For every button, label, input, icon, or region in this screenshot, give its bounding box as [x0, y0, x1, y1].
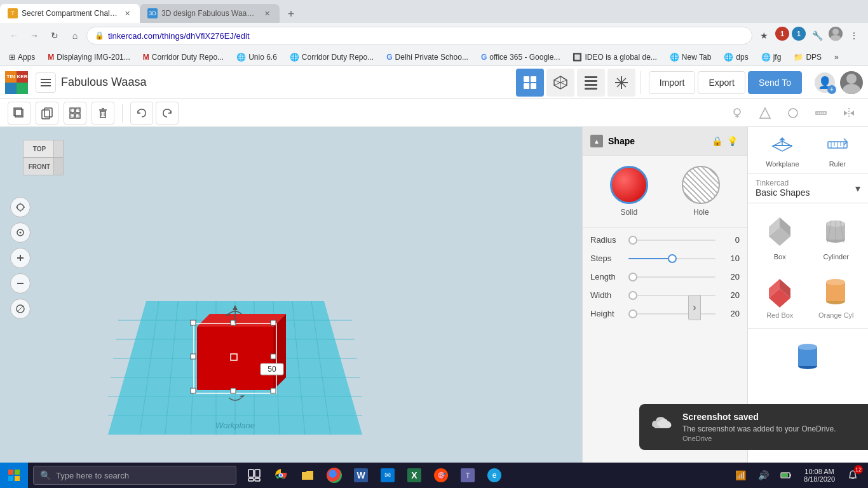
steps-slider[interactable]	[628, 258, 715, 259]
taskbar-teams[interactable]: T	[455, 463, 480, 488]
taskbar-app-8[interactable]: 🎯	[428, 463, 454, 488]
shape-item-box[interactable]: Box	[753, 208, 807, 264]
ruler-icon[interactable]	[810, 102, 832, 125]
taskbar-word[interactable]: W	[348, 463, 374, 488]
taskbar-chrome[interactable]	[268, 463, 294, 488]
user-avatar[interactable]	[829, 27, 843, 41]
timeline-view-button[interactable]	[607, 69, 635, 97]
shape-tool-icon[interactable]	[754, 102, 776, 125]
taskbar-notifications[interactable]: 12	[843, 465, 863, 485]
redo-button[interactable]	[156, 102, 179, 125]
home-button[interactable]: ⌂	[66, 27, 84, 44]
bookmark-dps-folder[interactable]: 📁 DPS	[790, 51, 825, 63]
tinkercad-logo[interactable]: TIN KER	[5, 71, 28, 94]
bookmark-gmail-2[interactable]: M Corridor Duty Repo...	[139, 51, 227, 63]
steps-thumb[interactable]	[668, 254, 677, 263]
taskbar-volume-icon[interactable]: 🔊	[753, 465, 773, 485]
taskbar-mail[interactable]: ✉	[375, 463, 400, 488]
shape-item-red-box[interactable]: Red Box	[753, 267, 807, 323]
view-cube-side-bottom[interactable]	[53, 158, 64, 175]
taskbar-excel[interactable]: X	[402, 463, 427, 488]
back-button[interactable]: ←	[5, 27, 23, 44]
circle-shape-icon[interactable]	[782, 102, 804, 125]
length-thumb[interactable]	[628, 273, 637, 281]
zoom-out-button[interactable]	[10, 273, 31, 294]
taskbar-datetime[interactable]: 10:08 AM 8/18/2020	[799, 468, 840, 483]
radius-slider[interactable]	[628, 240, 715, 241]
grid-view-button[interactable]	[516, 69, 544, 97]
shape-collapse-button[interactable]: ▲	[590, 135, 603, 147]
select-tool[interactable]	[10, 222, 31, 243]
mirror-icon[interactable]	[837, 102, 860, 125]
add-collaborator-button[interactable]: 👤 +	[815, 72, 835, 93]
bookmark-gmail-1[interactable]: M Displaying IMG-201...	[44, 51, 133, 63]
design-title[interactable]: Fabulous Waasa	[61, 76, 516, 89]
start-button[interactable]	[0, 463, 28, 488]
send-to-button[interactable]: Send To	[748, 71, 802, 94]
taskbar-search[interactable]: 🔍 Type here to search	[33, 466, 236, 485]
radius-thumb[interactable]	[628, 236, 637, 245]
fit-view-button[interactable]	[10, 197, 31, 217]
length-slider[interactable]	[628, 276, 715, 278]
zoom-in-button[interactable]	[10, 248, 31, 268]
import-button[interactable]: Import	[649, 71, 696, 94]
copy-button[interactable]	[36, 102, 58, 125]
refresh-button[interactable]: ↻	[46, 27, 64, 44]
address-bar[interactable]: 🔒 tinkercad.com/things/dhVfiX276EJ/edit	[86, 27, 752, 44]
shape-item-blue-cyl[interactable]	[785, 334, 831, 379]
tab-secret-compartment[interactable]: T Secret Compartment Challenge ✕	[0, 4, 140, 23]
taskbar-explorer[interactable]	[295, 463, 320, 488]
hamburger-menu[interactable]	[36, 72, 56, 93]
delete-button[interactable]	[92, 102, 114, 125]
duplicate-button[interactable]	[8, 102, 31, 125]
undo-button[interactable]	[130, 102, 153, 125]
taskbar-network-icon[interactable]: 📶	[730, 465, 750, 485]
bookmark-apps[interactable]: ⊞ Apps	[5, 51, 39, 63]
3d-view-button[interactable]	[546, 69, 574, 97]
tab-1-close[interactable]: ✕	[122, 8, 132, 18]
screenshot-notification[interactable]: Screenshot saved The screenshot was adde…	[639, 404, 868, 450]
panel-toggle-button[interactable]: ›	[688, 295, 701, 320]
bookmark-dps1[interactable]: 🌐 dps	[720, 51, 752, 63]
view-cube-front[interactable]: FRONT	[23, 158, 56, 175]
3d-viewport[interactable]: TOP FRONT	[0, 127, 582, 488]
solid-type-button[interactable]: Solid	[610, 166, 648, 217]
height-slider[interactable]	[628, 313, 715, 315]
shape-lock-button[interactable]: 🔒	[709, 133, 724, 149]
ruler-button[interactable]: Ruler	[825, 132, 850, 168]
bookmark-ideo[interactable]: 🔲 IDEO is a global de...	[569, 51, 660, 63]
workplane-grid-svg[interactable]: 50 Workplane	[108, 288, 362, 447]
view-cube[interactable]: TOP FRONT	[13, 140, 64, 191]
export-button[interactable]: Export	[698, 71, 745, 94]
shape-item-orange-cyl[interactable]: Orange Cyl	[810, 267, 864, 323]
bookmark-office365[interactable]: G office 365 - Google...	[477, 51, 564, 63]
star-button[interactable]: ★	[755, 27, 773, 44]
tab-3d-design[interactable]: 3D 3D design Fabulous Waasa | Tink... ✕	[140, 4, 280, 23]
workplane-button[interactable]: Workplane	[766, 132, 799, 168]
shapes-dropdown-icon[interactable]: ▾	[855, 182, 860, 194]
user-avatar-tinkercad[interactable]	[840, 71, 863, 94]
width-thumb[interactable]	[628, 291, 637, 300]
taskbar-task-view[interactable]	[241, 463, 267, 488]
bookmark-delhi[interactable]: 🌐 Corridor Duty Repo...	[286, 51, 377, 63]
profile-icon-2[interactable]: 1	[792, 27, 806, 41]
taskbar-chrome-2[interactable]	[322, 463, 347, 488]
view-cube-side[interactable]	[53, 140, 64, 158]
group-button[interactable]	[64, 102, 86, 125]
tab-2-close[interactable]: ✕	[262, 8, 272, 18]
height-thumb[interactable]	[628, 309, 637, 318]
shape-item-cylinder[interactable]: Cylinder	[810, 208, 864, 264]
bookmark-newtab[interactable]: 🌐 New Tab	[666, 51, 715, 63]
taskbar-ie[interactable]: e	[482, 463, 507, 488]
profile-icon-1[interactable]: 1	[775, 27, 789, 41]
bookmark-jfg[interactable]: 🌐 jfg	[757, 51, 785, 63]
shape-light-button[interactable]: 💡	[724, 133, 740, 149]
hole-type-button[interactable]: Hole	[682, 166, 720, 217]
bookmark-more[interactable]: »	[831, 51, 843, 63]
width-slider[interactable]	[628, 295, 715, 296]
light-bulb-icon[interactable]	[726, 102, 749, 125]
forward-button[interactable]: →	[25, 27, 43, 44]
extensions-button[interactable]: 🔧	[808, 27, 826, 44]
view-cube-top[interactable]: TOP	[23, 140, 56, 158]
menu-button[interactable]: ⋮	[845, 27, 863, 44]
